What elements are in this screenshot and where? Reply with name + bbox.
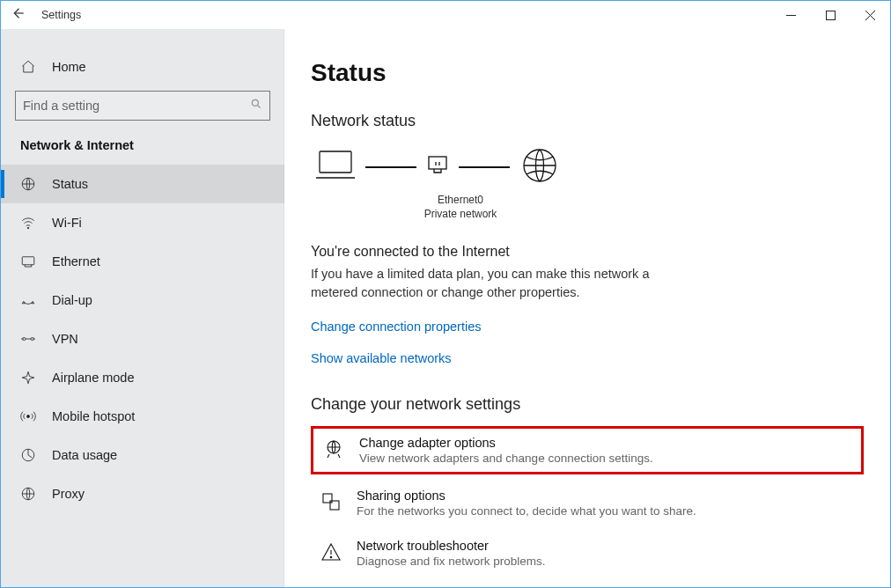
svg-rect-0 bbox=[827, 11, 836, 19]
network-status-heading: Network status bbox=[311, 112, 864, 130]
network-diagram bbox=[311, 146, 864, 188]
nav-item-ethernet[interactable]: Ethernet bbox=[1, 242, 284, 281]
svg-point-6 bbox=[31, 338, 33, 341]
titlebar: Settings bbox=[1, 1, 890, 29]
svg-point-7 bbox=[27, 415, 30, 418]
maximize-button[interactable] bbox=[811, 1, 850, 29]
titlebar-left: Settings bbox=[10, 5, 81, 25]
nav-item-proxy[interactable]: Proxy bbox=[1, 474, 284, 513]
troubleshooter-icon bbox=[320, 540, 342, 563]
adapter-options-icon bbox=[322, 437, 345, 460]
network-options-list: Change adapter options View network adap… bbox=[311, 426, 864, 575]
option-troubleshooter[interactable]: Network troubleshooter Diagnose and fix … bbox=[311, 532, 864, 575]
home-nav[interactable]: Home bbox=[1, 54, 284, 91]
sidebar-section-title: Network & Internet bbox=[1, 138, 284, 165]
svg-rect-10 bbox=[320, 151, 351, 173]
sharing-icon bbox=[320, 490, 342, 513]
nav-label: Data usage bbox=[52, 448, 117, 462]
internet-globe-icon bbox=[519, 146, 561, 188]
search-icon bbox=[250, 98, 262, 114]
ethernet-icon bbox=[20, 254, 36, 269]
wifi-icon bbox=[20, 215, 36, 231]
option-text: Network troubleshooter Diagnose and fix … bbox=[357, 539, 546, 568]
option-title: Network troubleshooter bbox=[357, 539, 546, 553]
window-body: Home Network & Internet Status bbox=[1, 29, 890, 587]
connected-title: You're connected to the Internet bbox=[311, 244, 864, 260]
option-sharing[interactable]: Sharing options For the networks you con… bbox=[311, 481, 864, 525]
option-desc: Diagnose and fix network problems. bbox=[357, 555, 546, 568]
search-container bbox=[1, 91, 284, 138]
svg-point-16 bbox=[330, 556, 332, 558]
computer-icon bbox=[314, 146, 357, 188]
globe-icon bbox=[20, 176, 36, 192]
nav-label: Wi-Fi bbox=[52, 216, 82, 230]
vpn-icon bbox=[20, 331, 36, 347]
nav-item-datausage[interactable]: Data usage bbox=[1, 436, 284, 474]
connected-desc: If you have a limited data plan, you can… bbox=[311, 265, 689, 302]
window-controls bbox=[771, 1, 890, 29]
option-desc: View network adapters and change connect… bbox=[359, 452, 653, 465]
nav-label: Airplane mode bbox=[52, 371, 135, 385]
search-box[interactable] bbox=[15, 91, 270, 121]
option-change-adapter[interactable]: Change adapter options View network adap… bbox=[311, 426, 864, 474]
sidebar: Home Network & Internet Status bbox=[1, 29, 284, 587]
connector-line bbox=[365, 166, 416, 167]
option-text: Change adapter options View network adap… bbox=[359, 436, 653, 465]
change-connection-properties-link[interactable]: Change connection properties bbox=[311, 320, 864, 334]
nav-item-wifi[interactable]: Wi-Fi bbox=[1, 203, 284, 242]
option-text: Sharing options For the networks you con… bbox=[357, 489, 696, 518]
nav-item-hotspot[interactable]: Mobile hotspot bbox=[1, 397, 284, 436]
option-title: Sharing options bbox=[357, 489, 696, 503]
back-button[interactable] bbox=[10, 5, 26, 25]
adapter-node bbox=[425, 153, 450, 181]
close-button[interactable] bbox=[850, 1, 890, 29]
svg-point-1 bbox=[252, 99, 258, 106]
nav-item-vpn[interactable]: VPN bbox=[1, 320, 284, 358]
main-content: Status Network status Ethernet0 bbox=[284, 29, 890, 587]
svg-point-3 bbox=[27, 227, 29, 229]
window-title: Settings bbox=[41, 9, 81, 21]
nav-item-dialup[interactable]: Dial-up bbox=[1, 281, 284, 320]
diagram-labels: Ethernet0 Private network bbox=[408, 194, 513, 221]
nav-label: VPN bbox=[52, 332, 78, 346]
nav-list: Status Wi-Fi Ethernet bbox=[1, 165, 284, 513]
nav-label: Ethernet bbox=[52, 254, 100, 268]
option-desc: For the networks you connect to, decide … bbox=[357, 504, 696, 518]
svg-point-5 bbox=[23, 338, 26, 341]
nav-label: Proxy bbox=[52, 487, 85, 501]
home-icon bbox=[20, 59, 36, 75]
airplane-icon bbox=[20, 370, 36, 386]
adapter-name: Ethernet0 bbox=[408, 194, 513, 208]
hotspot-icon bbox=[20, 408, 36, 424]
svg-rect-11 bbox=[429, 157, 446, 169]
minimize-button[interactable] bbox=[771, 1, 811, 29]
nav-label: Dial-up bbox=[52, 293, 92, 307]
nav-item-airplane[interactable]: Airplane mode bbox=[1, 358, 284, 397]
nav-item-status[interactable]: Status bbox=[1, 165, 284, 203]
nic-icon bbox=[425, 153, 450, 181]
datausage-icon bbox=[20, 447, 36, 463]
change-settings-heading: Change your network settings bbox=[311, 395, 864, 414]
option-title: Change adapter options bbox=[359, 436, 653, 450]
nav-label: Status bbox=[52, 177, 88, 191]
home-label: Home bbox=[52, 60, 86, 74]
show-available-networks-link[interactable]: Show available networks bbox=[311, 351, 864, 365]
svg-rect-4 bbox=[22, 257, 34, 265]
settings-window: Settings Home bbox=[0, 0, 891, 588]
proxy-icon bbox=[20, 486, 36, 502]
search-input[interactable] bbox=[23, 99, 250, 113]
nav-label: Mobile hotspot bbox=[52, 409, 135, 423]
page-title: Status bbox=[311, 59, 864, 87]
connector-line bbox=[459, 166, 510, 167]
network-type: Private network bbox=[408, 208, 513, 222]
dialup-icon bbox=[20, 292, 36, 308]
